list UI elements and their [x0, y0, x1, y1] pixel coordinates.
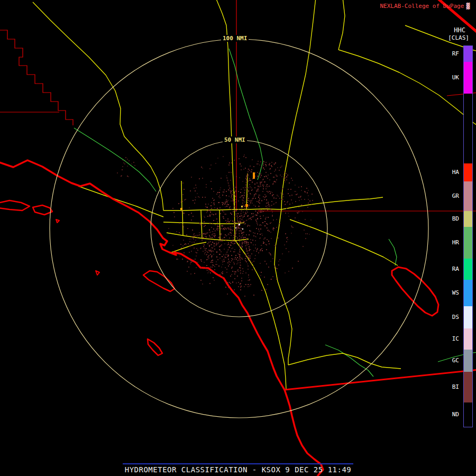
echo-pixel [308, 195, 309, 196]
echo-pixel [271, 162, 272, 163]
echo-pixel [241, 169, 242, 170]
echo-pixel [268, 202, 269, 203]
echo-pixel [196, 252, 197, 253]
echo-pixel [282, 199, 283, 200]
echo-pixel [231, 255, 232, 256]
echo-pixel [258, 252, 259, 253]
echo-pixel [289, 182, 290, 184]
echo-pixel [203, 243, 204, 244]
echo-pixel [222, 277, 223, 278]
echo-pixel [217, 192, 218, 193]
echo-pixel [195, 197, 196, 198]
echo-pixel [244, 195, 245, 196]
echo-pixel [262, 185, 263, 186]
echo-pixel [249, 184, 250, 185]
echo-pixel [266, 244, 267, 245]
product-caption: HYDROMETEOR CLASSIFICATION - KSOX 9 DEC … [0, 463, 476, 474]
echo-pixel [286, 176, 287, 177]
echo-pixel [168, 228, 169, 229]
echo-pixel [209, 168, 210, 169]
echo-pixel [270, 223, 271, 224]
echo-pixel [225, 257, 226, 258]
echo-pixel [273, 177, 274, 178]
echo-pixel [227, 256, 228, 257]
echo-pixel [252, 159, 253, 160]
echo-pixel [232, 259, 233, 260]
echo-pixel [204, 216, 205, 217]
echo-pixel [210, 237, 211, 238]
echo-pixel [213, 200, 214, 201]
echo-pixel [247, 194, 248, 195]
echo-pixel [237, 262, 239, 263]
echo-pixel [209, 235, 210, 236]
echo-pixel [222, 260, 223, 261]
echo-pixel [290, 189, 291, 190]
echo-pixel [223, 156, 224, 157]
echo-pixel [260, 161, 261, 162]
legend-label: DS [452, 306, 459, 328]
echo-pixel [231, 229, 232, 230]
legend-color-cell [464, 328, 472, 350]
echo-pixel [244, 296, 245, 297]
echo-pixel [284, 180, 285, 181]
echo-pixel [280, 167, 281, 168]
echo-pixel [235, 255, 236, 256]
echo-pixel [184, 254, 185, 255]
echo-pixel [272, 258, 273, 259]
echo-pixel [250, 239, 251, 240]
echo-pixel [272, 276, 273, 277]
echo-pixel [284, 177, 285, 178]
echo-pixel [257, 190, 258, 191]
echo-pixel [188, 267, 189, 268]
echo-pixel [224, 227, 225, 228]
echo-pixel [230, 228, 231, 230]
echo-pixel [216, 245, 217, 246]
echo-pixel [214, 204, 215, 205]
echo-pixel [220, 245, 221, 246]
echo-pixel [188, 243, 189, 244]
echo-pixel [244, 224, 245, 225]
echo-pixel [231, 172, 232, 173]
echo-pixel [196, 187, 197, 188]
echo-pixel [242, 246, 243, 247]
echo-pixel [295, 185, 296, 186]
echo-pixel [184, 189, 185, 190]
echo-pixel [228, 228, 230, 230]
echo-pixel [235, 233, 236, 234]
echo-pixel [227, 254, 228, 255]
echo-pixel [268, 192, 269, 193]
echo-pixel [258, 176, 259, 177]
echo-pixel [278, 264, 279, 266]
echo-pixel [263, 165, 264, 166]
echo-pixel [213, 277, 214, 278]
echo-pixel [202, 237, 203, 238]
echo-pixel [221, 234, 222, 235]
echo-pixel [213, 245, 214, 246]
echo-pixel [205, 225, 206, 226]
echo-pixel [205, 250, 206, 251]
legend-color-cell [464, 46, 472, 62]
echo-pixel [304, 191, 305, 192]
legend-label: IC [452, 328, 459, 349]
echo-pixel [193, 234, 194, 235]
echo-pixel [263, 242, 264, 243]
echo-pixel [251, 253, 252, 254]
echo-pixel [305, 238, 306, 239]
echo-pixel [230, 276, 231, 277]
echo-pixel [243, 234, 244, 235]
echo-pixel [236, 176, 237, 177]
echo-pixel [266, 176, 267, 177]
echo-pixel [210, 262, 212, 263]
echo-pixel [209, 210, 210, 211]
echo-pixel [273, 228, 274, 229]
echo-pixel [253, 261, 254, 262]
echo-pixel [257, 201, 258, 202]
echo-pixel [238, 282, 239, 283]
echo-pixel [239, 216, 240, 217]
echo-pixel [210, 250, 212, 251]
echo-pixel [122, 160, 123, 161]
echo-pixel [239, 254, 240, 255]
mexico-border-line [285, 370, 476, 390]
legend-label: HR [452, 226, 459, 258]
echo-pixel [231, 242, 232, 243]
